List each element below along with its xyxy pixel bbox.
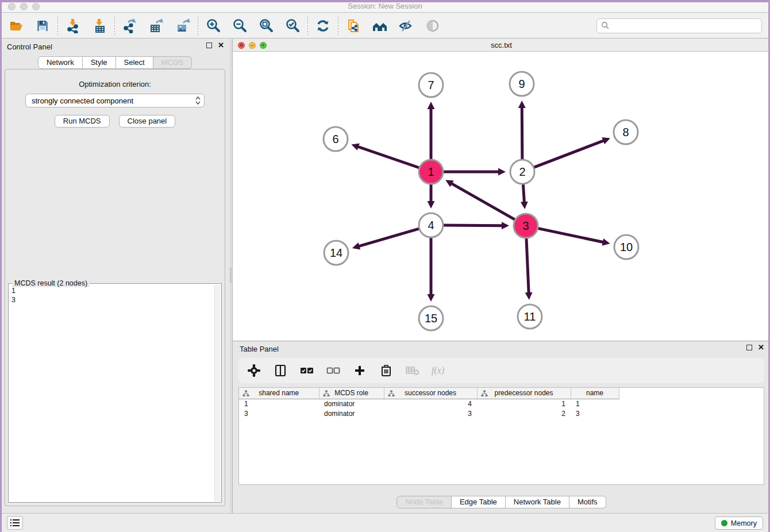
graph-edge-arrow [602,238,610,246]
open-file-icon[interactable] [8,17,24,34]
graph-edge-arrow [428,294,435,302]
add-row-icon[interactable] [352,363,367,379]
table-cell[interactable]: 1 [571,399,619,408]
delete-row-icon[interactable] [379,363,394,379]
main-toolbar [0,13,770,38]
table-row[interactable]: 3dominator323 [239,408,619,418]
mcds-result-text[interactable]: 1 3 [9,285,214,502]
graph-node-label: 2 [519,165,525,178]
export-network-icon[interactable] [122,17,138,34]
network-titlebar: ✕ − + scc.txt [233,39,770,52]
search-input[interactable] [613,21,757,30]
graph-edge[interactable] [523,183,524,203]
control-panel: Control Panel ✕ Network Style Select MCD… [0,39,230,513]
table-cell[interactable]: 3 [571,408,619,418]
table-toolbar: f(x) [238,358,764,383]
table-header-row: shared nameMCDS rolesuccessor nodesprede… [239,388,619,399]
search-field[interactable] [596,18,762,33]
criterion-select[interactable]: strongly connected component [25,94,205,107]
memory-button[interactable]: Memory [715,516,763,530]
graph-edge[interactable] [358,229,419,246]
close-panel-icon[interactable]: ✕ [218,43,224,48]
column-header-3[interactable]: predecessor nodes [477,388,571,399]
graph-edge[interactable] [451,183,516,220]
hide-selected-icon[interactable] [398,17,414,34]
network-maximize-icon[interactable]: + [260,42,267,49]
memory-label: Memory [731,519,757,527]
hierarchy-icon [323,390,330,397]
graph-edge-arrow [521,202,528,209]
search-icon [601,21,610,30]
tab-network-table[interactable]: Network Table [506,496,569,508]
column-label: successor nodes [405,389,456,397]
clone-network-icon[interactable] [345,17,361,34]
graph-edge[interactable] [442,225,503,226]
zoom-selected-icon[interactable] [284,17,301,34]
column-label: MCDS role [334,389,368,397]
column-header-1[interactable]: MCDS role [319,388,384,399]
tab-edge-table[interactable]: Edge Table [452,496,506,508]
column-header-0[interactable]: shared name [239,388,319,399]
task-history-button[interactable] [7,516,23,530]
show-columns-icon[interactable] [273,363,288,379]
column-label: shared name [259,389,299,397]
graph-edge[interactable] [357,147,420,168]
hierarchy-icon [242,390,249,397]
tab-network[interactable]: Network [38,56,83,69]
zoom-out-icon[interactable] [232,17,248,34]
table-tabs: Node Table Edge Table Network Table Moti… [233,496,770,508]
graph-edge[interactable] [537,228,604,242]
result-scrollbar[interactable] [214,285,221,502]
zoom-in-icon[interactable] [205,17,221,34]
table-cell[interactable]: 1 [477,399,571,408]
memory-status-icon [721,520,727,526]
hierarchy-icon [388,390,395,397]
apply-layout-icon[interactable] [315,17,331,34]
import-network-icon[interactable] [65,17,81,34]
export-table-icon[interactable] [148,17,164,34]
graph-edge[interactable] [533,140,605,168]
graph-edge[interactable] [522,107,522,160]
save-session-icon[interactable] [34,17,51,34]
zoom-fit-icon[interactable] [258,17,274,34]
table-cell[interactable]: 4 [384,399,477,408]
graph-node-label: 7 [428,79,434,91]
column-header-2[interactable]: successor nodes [384,388,477,399]
tab-node-table[interactable]: Node Table [396,496,452,508]
float-panel-icon[interactable] [206,43,212,48]
right-column: ✕ − + scc.txt 1234678910111415 Table Pan… [233,39,770,513]
float-table-panel-icon[interactable] [746,345,752,350]
table-cell[interactable]: 3 [384,408,477,418]
tab-select[interactable]: Select [116,56,153,69]
table-cell[interactable]: 1 [239,399,319,408]
network-minimize-icon[interactable]: − [249,42,256,49]
tab-motifs[interactable]: Motifs [569,496,606,508]
first-neighbors-icon[interactable] [372,17,388,34]
table-cell[interactable]: dominator [319,408,384,418]
table-cell[interactable]: 3 [239,408,319,418]
network-window: ✕ − + scc.txt 1234678910111415 [233,39,770,341]
graph-edge[interactable] [526,237,529,294]
desktop-edge [0,0,2,532]
run-mcds-button[interactable]: Run MCDS [55,115,110,128]
table-cell[interactable]: 2 [477,408,571,418]
network-close-icon[interactable]: ✕ [238,42,245,49]
delete-table-icon[interactable] [405,363,420,379]
graph-edge-arrow [498,168,506,176]
column-label: name [586,389,603,397]
tab-style[interactable]: Style [83,56,116,69]
show-all-icon[interactable] [425,17,441,34]
close-table-panel-icon[interactable]: ✕ [758,345,764,350]
close-panel-button[interactable]: Close panel [119,115,176,128]
select-all-icon[interactable] [299,363,314,379]
column-header-4[interactable]: name [571,388,619,399]
import-table-icon[interactable] [91,17,107,34]
function-builder-icon[interactable]: f(x) [432,365,444,376]
tab-mcds[interactable]: MCDS [153,56,192,69]
export-image-icon[interactable] [175,17,191,34]
deselect-all-icon[interactable] [326,363,341,379]
table-cell[interactable]: dominator [319,399,384,408]
table-row[interactable]: 1dominator411 [239,399,619,408]
settings-icon[interactable] [247,363,261,379]
network-canvas[interactable]: 1234678910111415 [233,52,770,341]
